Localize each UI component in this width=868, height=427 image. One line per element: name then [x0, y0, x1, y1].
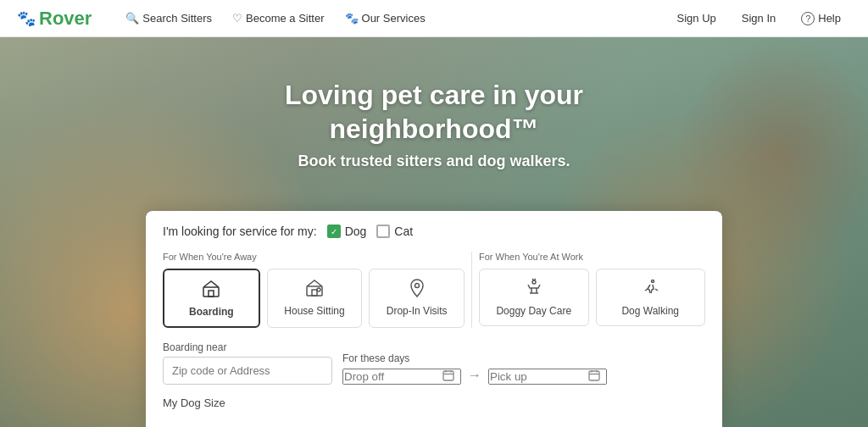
doggy-daycare-label: Doggy Day Care: [496, 305, 571, 317]
location-input[interactable]: [163, 357, 332, 385]
work-cards: Doggy Day Care Dog Walkin: [479, 269, 705, 326]
inputs-row: Boarding near For these days: [163, 341, 705, 385]
dropoff-wrap: [342, 369, 461, 385]
hero-text-block: Loving pet care in yourneighborhood™ Boo…: [0, 78, 868, 170]
heart-icon: ♡: [232, 12, 242, 25]
svg-point-6: [652, 280, 654, 283]
dog-checkbox[interactable]: ✓: [327, 225, 341, 238]
dates-row: →: [342, 368, 607, 385]
date-arrow-icon: →: [468, 368, 481, 385]
drop-in-label: Drop-In Visits: [387, 305, 448, 317]
nav-our-services-label: Our Services: [362, 12, 426, 25]
hero-subtitle: Book trusted sitters and dog walkers.: [0, 152, 868, 170]
house-sitting-card[interactable]: House Sitting: [267, 269, 363, 328]
nav-become-sitter[interactable]: ♡ Become a Sitter: [224, 8, 333, 28]
main-nav: 🔍 Search Sitters ♡ Become a Sitter 🐾 Our…: [117, 8, 666, 28]
logo-paw-icon: 🐾: [17, 9, 36, 28]
svg-point-4: [415, 284, 419, 288]
help-button[interactable]: ? Help: [791, 8, 851, 29]
dates-label: For these days: [342, 352, 607, 364]
nav-search-sitters[interactable]: 🔍 Search Sitters: [117, 8, 220, 28]
nav-search-sitters-label: Search Sitters: [142, 12, 212, 25]
search-box: I'm looking for service for my: ✓ Dog Ca…: [146, 211, 722, 427]
section-divider: [471, 252, 472, 328]
boarding-icon: [201, 279, 221, 302]
header-right: Sign Up Sign In ? Help: [667, 8, 851, 29]
service-toggle-row: I'm looking for service for my: ✓ Dog Ca…: [163, 225, 705, 238]
help-circle-icon: ?: [801, 12, 815, 25]
dog-walking-label: Dog Walking: [621, 305, 679, 317]
dog-size-label: My Dog Size: [163, 396, 225, 409]
cat-label: Cat: [394, 225, 413, 238]
boarding-label: Boarding: [189, 306, 234, 318]
drop-in-icon: [407, 278, 427, 301]
drop-in-card[interactable]: Drop-In Visits: [369, 269, 465, 328]
hero-title: Loving pet care in yourneighborhood™: [0, 78, 868, 146]
hero-section: Loving pet care in yourneighborhood™ Boo…: [0, 37, 868, 427]
logo[interactable]: 🐾 Rover: [17, 8, 92, 30]
dog-size-section: My Dog Size: [163, 395, 705, 410]
boarding-card[interactable]: Boarding: [163, 269, 260, 328]
pickup-wrap: [488, 369, 607, 385]
dog-label: Dog: [345, 225, 367, 238]
dog-checkbox-item[interactable]: ✓ Dog: [327, 225, 367, 238]
search-icon: 🔍: [125, 12, 139, 25]
dropoff-input[interactable]: [342, 369, 461, 385]
dog-walking-icon: [640, 278, 660, 301]
cat-checkbox-item[interactable]: Cat: [376, 225, 413, 238]
away-cards: Boarding House Sitting: [163, 269, 465, 328]
sign-in-button[interactable]: Sign In: [732, 8, 786, 28]
services-paw-icon: 🐾: [345, 12, 359, 25]
dates-group: For these days →: [342, 352, 607, 385]
cat-checkbox[interactable]: [376, 225, 390, 238]
doggy-daycare-card[interactable]: Doggy Day Care: [479, 269, 589, 326]
away-section-label: For When You're Away: [163, 252, 465, 262]
logo-text: Rover: [39, 8, 92, 30]
location-label: Boarding near: [163, 341, 332, 353]
svg-rect-1: [209, 291, 214, 297]
nav-become-sitter-label: Become a Sitter: [246, 12, 325, 25]
pickup-input[interactable]: [488, 369, 607, 385]
svg-point-5: [532, 280, 536, 284]
work-section: For When You're At Work Dog: [479, 252, 705, 328]
location-group: Boarding near: [163, 341, 332, 385]
house-sitting-label: House Sitting: [284, 305, 344, 317]
sign-up-button[interactable]: Sign Up: [667, 8, 726, 28]
dog-walking-card[interactable]: Dog Walking: [596, 269, 706, 326]
service-sections: For When You're Away Boarding: [163, 252, 705, 328]
doggy-daycare-icon: [524, 278, 544, 301]
house-sitting-icon: [304, 278, 325, 301]
svg-point-3: [317, 288, 320, 291]
work-section-label: For When You're At Work: [479, 252, 705, 262]
nav-our-services[interactable]: 🐾 Our Services: [337, 8, 434, 28]
away-section: For When You're Away Boarding: [163, 252, 465, 328]
header: 🐾 Rover 🔍 Search Sitters ♡ Become a Sitt…: [0, 0, 868, 37]
toggle-label: I'm looking for service for my:: [163, 225, 317, 238]
svg-rect-0: [203, 287, 219, 297]
